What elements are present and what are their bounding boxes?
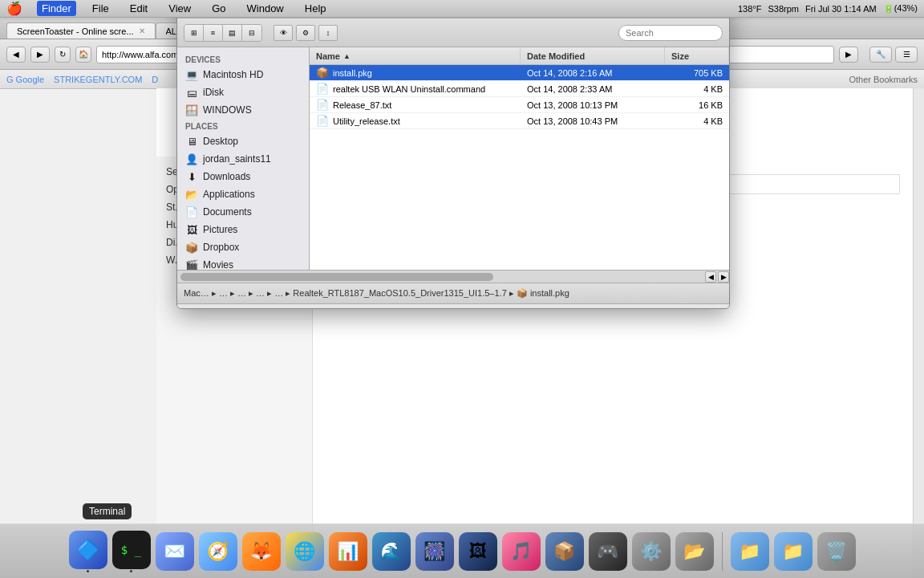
menu-view[interactable]: View xyxy=(164,1,196,16)
tab1-label: ScreenToaster - Online scre... xyxy=(17,26,134,36)
action-btn[interactable]: ⚙ xyxy=(296,25,315,41)
bookmark-google[interactable]: G Google xyxy=(6,75,44,84)
sidebar-item-downloads[interactable]: ⬇ Downloads xyxy=(177,168,309,185)
macintosh-hd-label: Macintosh HD xyxy=(203,69,263,80)
menu-file[interactable]: File xyxy=(87,1,114,16)
finder-status-text: 1 of 4 selected, 89.77 GB available xyxy=(385,308,522,310)
realtek-usb-size: 4 KB xyxy=(665,84,729,94)
idisk-label: iDisk xyxy=(203,87,224,98)
coverflow-view-btn[interactable]: ⊟ xyxy=(242,25,261,41)
menu-datetime: Fri Jul 30 1:14 AM xyxy=(805,4,877,14)
documents-icon: 📄 xyxy=(185,206,198,218)
finder-toolbar: ⊞ ≡ ▤ ⊟ 👁 ⚙ ↕ xyxy=(177,18,729,47)
dock-item-finder[interactable]: 🔷 Finder xyxy=(69,531,107,572)
sidebar-item-jordan-saints11[interactable]: 👤 jordan_saints11 xyxy=(177,150,309,168)
file-row-utility-release[interactable]: 📄 Utility_release.txt Oct 13, 2008 10:43… xyxy=(310,113,729,129)
realtek-usb-date: Oct 14, 2008 2:33 AM xyxy=(521,84,665,94)
apple-menu[interactable]: 🍎 xyxy=(6,1,22,16)
dock-item-safari[interactable]: 🧭 xyxy=(199,532,237,571)
dock-item-photoshop[interactable]: 🖼 xyxy=(459,532,497,571)
sort-arrow: ▲ xyxy=(343,52,351,60)
file-row-release87[interactable]: 📄 Release_87.txt Oct 13, 2008 10:13 PM 1… xyxy=(310,97,729,113)
dock-item-dreamweaver[interactable]: 🌊 xyxy=(372,532,411,571)
dock-item-sysprefs[interactable]: ⚙️ xyxy=(632,532,671,571)
forward-button[interactable]: ▶ xyxy=(30,47,50,63)
finder-path-bar: Mac… ▸ … ▸ … ▸ … ▸ … ▸ Realtek_RTL8187_M… xyxy=(177,283,729,303)
terminal-running-dot xyxy=(130,570,132,572)
macintosh-hd-icon: 💻 xyxy=(185,68,198,81)
finder-hscroll[interactable]: ◀ ▶ xyxy=(177,270,729,283)
places-header: PLACES xyxy=(177,119,309,132)
mail-dock-icon: ✉️ xyxy=(156,532,194,571)
dock-item-fireworks[interactable]: 🎆 xyxy=(415,532,454,571)
dock-item-wordperfect[interactable]: 📊 xyxy=(329,532,367,571)
menu-finder[interactable]: Finder xyxy=(37,1,76,16)
menu-button[interactable]: ☰ xyxy=(895,47,918,63)
utility-release-name: Utility_release.txt xyxy=(333,116,400,126)
refresh-button[interactable]: ↻ xyxy=(55,47,71,63)
tab1-close[interactable]: ✕ xyxy=(139,26,145,35)
file-row-install-pkg[interactable]: 📦 install.pkg Oct 14, 2008 2:16 AM 705 K… xyxy=(310,65,729,81)
sidebar-item-macintosh-hd[interactable]: 💻 Macintosh HD xyxy=(177,66,309,83)
dock-item-chrome[interactable]: 🌐 xyxy=(286,532,324,571)
release87-date: Oct 13, 2008 10:13 PM xyxy=(521,100,665,110)
folder2-dock-icon: 📁 xyxy=(774,532,813,571)
sidebar-item-dropbox[interactable]: 📦 Dropbox xyxy=(177,238,309,256)
menu-go[interactable]: Go xyxy=(207,1,230,16)
install-pkg-name: install.pkg xyxy=(333,68,372,78)
bookmark-d[interactable]: D xyxy=(152,75,158,84)
dock-item-steam[interactable]: 🎮 xyxy=(589,532,627,571)
back-button[interactable]: ◀ xyxy=(6,47,26,63)
sidebar-item-movies[interactable]: 🎬 Movies xyxy=(177,256,309,270)
idisk-icon: 🖴 xyxy=(185,86,198,99)
col-header-name[interactable]: Name ▲ xyxy=(310,47,521,64)
path-prev-btn[interactable]: ◀ xyxy=(705,271,716,283)
utility-release-date: Oct 13, 2008 10:43 PM xyxy=(521,116,665,126)
sidebar-item-idisk[interactable]: 🖴 iDisk xyxy=(177,83,309,101)
utility-release-icon: 📄 xyxy=(316,115,329,127)
sysprefs-dock-icon: ⚙️ xyxy=(632,532,671,571)
jordan-saints11-label: jordan_saints11 xyxy=(203,153,271,165)
sidebar-item-pictures[interactable]: 🖼 Pictures xyxy=(177,221,309,238)
menubar: 🍎 Finder File Edit View Go Window Help 1… xyxy=(0,0,924,18)
icon-view-btn[interactable]: ⊞ xyxy=(184,25,204,41)
file-row-realtek-usb[interactable]: 📄 realtek USB WLAN Uninstall.command Oct… xyxy=(310,81,729,97)
hscroll-thumb[interactable] xyxy=(180,273,493,281)
sidebar-item-applications[interactable]: 📂 Applications xyxy=(177,185,309,203)
column-view-btn[interactable]: ▤ xyxy=(223,25,242,41)
home-button[interactable]: 🏠 xyxy=(75,47,91,63)
dock-item-firefox[interactable]: 🦊 xyxy=(242,532,281,571)
arrange-btn[interactable]: ↕ xyxy=(318,25,338,41)
quick-look-btn[interactable]: 👁 xyxy=(274,25,293,41)
sidebar-item-windows[interactable]: 🪟 WINDOWS xyxy=(177,101,309,119)
documents-label: Documents xyxy=(203,206,252,218)
dock-item-folder2[interactable]: 📁 xyxy=(774,532,813,571)
dock-item-directory[interactable]: 📂 xyxy=(675,532,714,571)
menu-edit[interactable]: Edit xyxy=(125,1,152,16)
dock-item-trash[interactable]: 🗑️ xyxy=(817,532,856,571)
col-header-date[interactable]: Date Modified xyxy=(521,47,665,64)
path-arrows: ◀ ▶ xyxy=(705,271,729,283)
menu-help[interactable]: Help xyxy=(300,1,331,16)
dock-item-terminal[interactable]: $ _ xyxy=(112,531,151,572)
install-pkg-icon: 📦 xyxy=(316,67,329,79)
menu-rpm: S38rpm xyxy=(768,4,799,14)
other-bookmarks[interactable]: Other Bookmarks xyxy=(849,75,918,84)
bookmark-strikegently[interactable]: STRIKEGENTLY.COM xyxy=(54,75,142,84)
dock-item-virtualbox[interactable]: 📦 xyxy=(545,532,584,571)
list-view-btn[interactable]: ≡ xyxy=(204,25,223,41)
dock-item-mail[interactable]: ✉️ xyxy=(156,532,194,571)
sidebar-item-desktop[interactable]: 🖥 Desktop xyxy=(177,132,309,150)
col-header-size[interactable]: Size xyxy=(665,47,729,64)
dreamweaver-dock-icon: 🌊 xyxy=(372,532,411,571)
go-button[interactable]: ▶ xyxy=(839,47,858,63)
dock-item-folder1[interactable]: 📁 xyxy=(731,532,769,571)
browser-tab-1[interactable]: ScreenToaster - Online scre... ✕ xyxy=(6,22,156,39)
dock-item-itunes[interactable]: 🎵 xyxy=(502,532,541,571)
extensions-button[interactable]: 🔧 xyxy=(869,47,892,63)
sidebar-item-documents[interactable]: 📄 Documents xyxy=(177,203,309,221)
finder-status-bar: 1 of 4 selected, 89.77 GB available xyxy=(177,303,729,309)
path-next-btn[interactable]: ▶ xyxy=(718,271,729,283)
menu-window[interactable]: Window xyxy=(242,1,289,16)
finder-search-input[interactable] xyxy=(618,25,723,41)
